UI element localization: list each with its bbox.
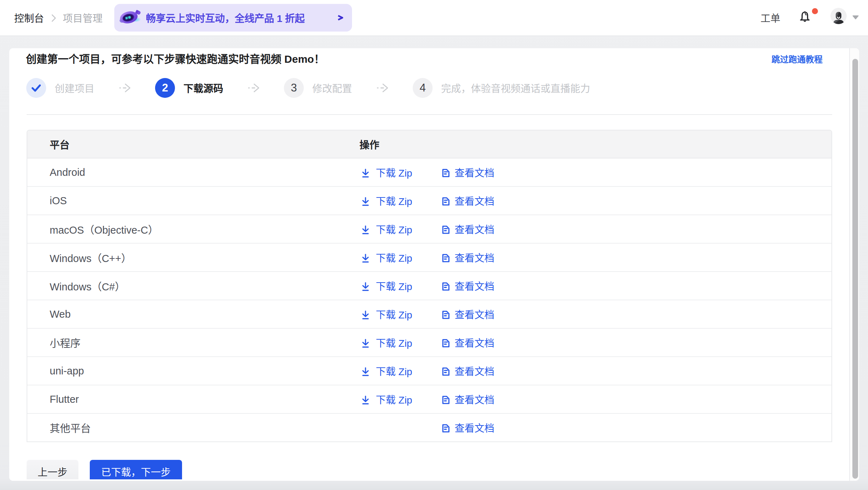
view-doc-link[interactable]: 查看文档 xyxy=(442,329,494,356)
account-caret-down-icon[interactable] xyxy=(852,15,859,20)
step3-label: 修改配置 xyxy=(312,81,352,95)
view-doc-label: 查看文档 xyxy=(455,279,494,293)
platform-name: iOS xyxy=(50,187,67,215)
platform-name: uni-app xyxy=(50,357,84,385)
view-doc-link[interactable]: 查看文档 xyxy=(442,414,494,441)
table-row: uni-app 下载 Zip 查看文档 xyxy=(27,357,831,385)
table-row: iOS 下载 Zip 查看文档 xyxy=(27,187,831,215)
guide-title: 创建第一个项目，可参考以下步骤快速跑通实时音视频 Demo！ xyxy=(26,51,325,67)
breadcrumb-console[interactable]: 控制台 xyxy=(14,0,44,35)
scrollbar-track[interactable] xyxy=(849,48,859,481)
download-icon xyxy=(362,396,369,405)
view-doc-label: 查看文档 xyxy=(455,421,494,435)
step2-number: 2 xyxy=(162,82,168,94)
scrollbar-thumb[interactable] xyxy=(852,59,858,479)
view-doc-link[interactable]: 查看文档 xyxy=(442,244,494,271)
next-step-button[interactable]: 已下载，下一步 xyxy=(90,460,182,481)
table-row: Windows（C#） 下载 Zip 查看文档 xyxy=(27,272,831,300)
notification-bell-icon[interactable] xyxy=(800,11,810,22)
platform-name: Flutter xyxy=(50,385,79,413)
download-icon xyxy=(362,254,369,263)
table-body: Android 下载 Zip 查看文档 iOS 下载 Zip xyxy=(27,158,831,441)
card-bottom-padding xyxy=(9,479,849,481)
avatar[interactable] xyxy=(830,8,847,24)
platform-name: Windows（C++） xyxy=(50,244,131,271)
document-icon xyxy=(442,339,450,347)
document-icon xyxy=(442,282,450,291)
step1-label: 创建项目 xyxy=(55,81,94,95)
download-zip-link[interactable]: 下载 Zip xyxy=(362,357,412,385)
view-doc-label: 查看文档 xyxy=(455,307,494,321)
view-doc-link[interactable]: 查看文档 xyxy=(442,272,494,300)
platform-name: macOS（Objective-C） xyxy=(50,215,158,243)
download-icon xyxy=(362,225,369,234)
step2-label: 下载源码 xyxy=(183,81,223,95)
table-row: 其他平台 查看文档 xyxy=(27,414,831,441)
prev-step-button[interactable]: 上一步 xyxy=(27,460,78,481)
download-zip-link[interactable]: 下载 Zip xyxy=(362,300,412,328)
check-icon xyxy=(32,84,41,92)
download-zip-link[interactable]: 下载 Zip xyxy=(362,244,412,271)
step2-circle: 2 xyxy=(155,78,175,98)
platform-name: 小程序 xyxy=(50,329,81,356)
download-icon xyxy=(362,367,369,376)
download-icon xyxy=(362,282,369,291)
column-header-platform: 平台 xyxy=(50,130,70,158)
view-doc-link[interactable]: 查看文档 xyxy=(442,158,494,186)
download-zip-label: 下载 Zip xyxy=(376,364,412,378)
view-doc-label: 查看文档 xyxy=(455,392,494,406)
table-header: 平台 操作 xyxy=(27,130,831,158)
table-row: Web 下载 Zip 查看文档 xyxy=(27,300,831,329)
platform-name: Android xyxy=(50,158,85,186)
top-header: 控制台 项目管理 新春 畅享云上实时互动，全线产品 1 折起 xyxy=(0,0,868,36)
download-icon xyxy=(362,169,369,178)
download-zip-link[interactable]: 下载 Zip xyxy=(362,187,412,215)
download-zip-label: 下载 Zip xyxy=(376,222,412,236)
download-zip-label: 下载 Zip xyxy=(376,250,412,265)
notification-badge xyxy=(812,8,818,14)
view-doc-label: 查看文档 xyxy=(455,165,494,179)
firecracker-3d-icon: 新春 xyxy=(119,9,142,25)
stepper: 创建项目 2 下载源码 3 修改配置 4 完成，体验音视频通话或直播能力 xyxy=(26,78,590,98)
download-zip-link[interactable]: 下载 Zip xyxy=(362,158,412,186)
ticket-link[interactable]: 工单 xyxy=(760,0,780,35)
download-zip-link[interactable]: 下载 Zip xyxy=(362,272,412,300)
view-doc-link[interactable]: 查看文档 xyxy=(442,357,494,385)
document-icon xyxy=(442,311,450,319)
breadcrumb-project-management[interactable]: 项目管理 xyxy=(63,0,103,35)
guide-card: 创建第一个项目，可参考以下步骤快速跑通实时音视频 Demo！ 跳过跑通教程 创建… xyxy=(9,48,859,481)
download-zip-link[interactable]: 下载 Zip xyxy=(362,385,412,413)
document-icon xyxy=(442,225,450,234)
download-zip-label: 下载 Zip xyxy=(376,279,412,293)
document-icon xyxy=(442,254,450,262)
table-row: Flutter 下载 Zip 查看文档 xyxy=(27,385,831,414)
skip-tutorial-link[interactable]: 跳过跑通教程 xyxy=(771,54,823,65)
download-icon xyxy=(362,339,369,348)
table-row: macOS（Objective-C） 下载 Zip 查看文档 xyxy=(27,215,831,244)
download-icon xyxy=(362,311,369,319)
step-arrow-icon xyxy=(377,84,388,92)
step4-number: 4 xyxy=(419,82,425,94)
platform-name: Web xyxy=(50,300,71,328)
platform-name: 其他平台 xyxy=(50,414,91,441)
view-doc-label: 查看文档 xyxy=(455,335,494,350)
view-doc-link[interactable]: 查看文档 xyxy=(442,187,494,215)
step3-number: 3 xyxy=(291,82,297,94)
step-arrow-icon xyxy=(248,84,259,92)
download-zip-link[interactable]: 下载 Zip xyxy=(362,215,412,243)
document-icon xyxy=(442,169,450,177)
download-zip-label: 下载 Zip xyxy=(376,335,412,350)
breadcrumb-chevron-icon xyxy=(51,14,57,22)
view-doc-label: 查看文档 xyxy=(455,194,494,208)
view-doc-link[interactable]: 查看文档 xyxy=(442,300,494,328)
download-zip-link[interactable]: 下载 Zip xyxy=(362,329,412,356)
view-doc-label: 查看文档 xyxy=(455,364,494,378)
step4-circle: 4 xyxy=(413,78,433,98)
promo-arrow-icon xyxy=(337,4,343,32)
table-row: Android 下载 Zip 查看文档 xyxy=(27,158,831,187)
view-doc-link[interactable]: 查看文档 xyxy=(442,385,494,413)
promo-banner[interactable]: 新春 畅享云上实时互动，全线产品 1 折起 xyxy=(114,4,352,32)
download-zip-label: 下载 Zip xyxy=(376,392,412,406)
download-icon xyxy=(362,197,369,206)
view-doc-link[interactable]: 查看文档 xyxy=(442,215,494,243)
